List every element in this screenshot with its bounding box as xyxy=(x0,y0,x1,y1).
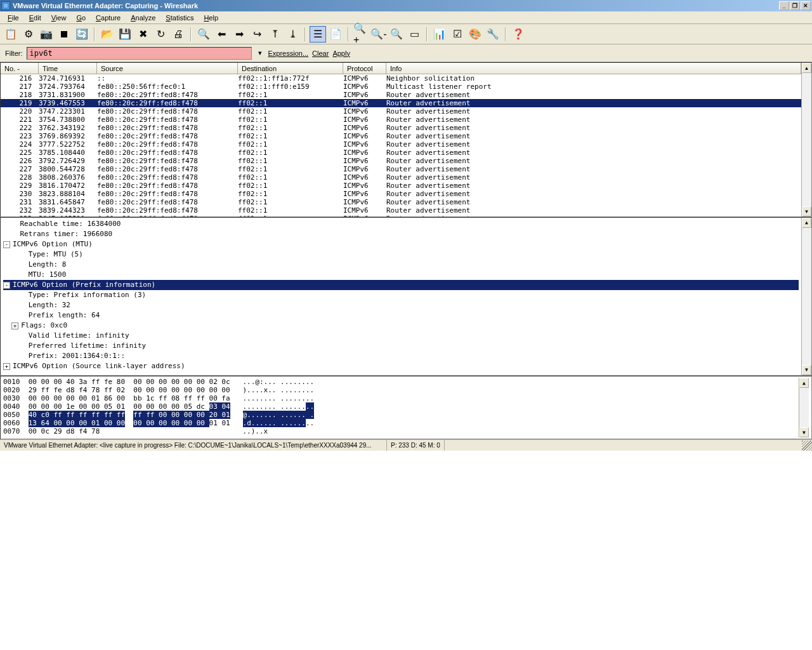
col-source[interactable]: Source xyxy=(97,63,238,74)
scroll-up-icon[interactable]: ▲ xyxy=(802,218,811,228)
tree-toggle-icon[interactable]: + xyxy=(11,322,18,329)
minimize-button[interactable]: _ xyxy=(779,1,789,10)
clear-button[interactable]: Clear xyxy=(312,50,329,57)
detail-line[interactable]: Length: 8 xyxy=(3,260,799,270)
detail-line[interactable]: -ICMPv6 Option (Prefix information) xyxy=(3,280,799,290)
packet-row[interactable]: 220 3747.223301 fe80::20c:29ff:fed8:f478… xyxy=(1,107,801,116)
last-icon[interactable]: ⤓ xyxy=(284,26,301,43)
packet-row[interactable]: 226 3792.726429 fe80::20c:29ff:fed8:f478… xyxy=(1,157,801,165)
resize-grip-icon[interactable] xyxy=(802,441,812,451)
menu-capture[interactable]: Capture xyxy=(91,13,126,23)
scroll-down-icon[interactable]: ▼ xyxy=(802,206,811,216)
hex-line[interactable]: 0070 00 0c 29 d8 f4 78 ..)..x xyxy=(3,427,799,435)
filter-dropdown-icon[interactable]: ▾ xyxy=(256,49,265,58)
tree-toggle-icon[interactable]: - xyxy=(3,241,10,248)
expression-button[interactable]: Expression... xyxy=(268,50,309,57)
detail-line[interactable]: Type: MTU (5) xyxy=(3,249,799,260)
packet-row[interactable]: 216 3724.716931 :: ff02::1:ff1a:772f ICM… xyxy=(1,74,801,83)
menu-analyze[interactable]: Analyze xyxy=(126,13,160,23)
autoscroll-icon[interactable]: 📄 xyxy=(327,26,344,43)
back-icon[interactable]: ⬅ xyxy=(213,26,230,43)
maximize-button[interactable]: ❐ xyxy=(790,1,800,10)
interfaces-icon[interactable]: 📋 xyxy=(3,26,19,43)
detail-line[interactable]: Type: Prefix information (3) xyxy=(3,290,799,300)
find-icon[interactable]: 🔍 xyxy=(195,26,212,43)
col-protocol[interactable]: Protocol xyxy=(343,63,386,74)
menu-go[interactable]: Go xyxy=(71,13,91,23)
capture-filters-icon[interactable]: 📊 xyxy=(431,26,448,43)
packet-row[interactable]: 218 3731.831900 fe80::20c:29ff:fed8:f478… xyxy=(1,91,801,99)
detail-line[interactable]: Valid lifetime: infinity xyxy=(3,331,799,341)
col-no[interactable]: No. - xyxy=(1,63,39,74)
hex-line[interactable]: 0040 00 00 00 1e 00 00 05 01 00 00 00 00… xyxy=(3,402,799,411)
menu-edit[interactable]: Edit xyxy=(24,13,46,23)
forward-icon[interactable]: ➡ xyxy=(231,26,247,43)
scroll-up-icon[interactable]: ▲ xyxy=(799,378,809,388)
hex-line[interactable]: 0060 13 64 00 00 00 01 00 00 00 00 00 00… xyxy=(3,419,799,427)
coloring-rules-icon[interactable]: 🎨 xyxy=(467,26,483,43)
filter-input[interactable] xyxy=(27,47,252,60)
goto-icon[interactable]: ↪ xyxy=(249,26,265,43)
packet-row[interactable]: 228 3808.260376 fe80::20c:29ff:fed8:f478… xyxy=(1,173,801,182)
packet-row[interactable]: 224 3777.522752 fe80::20c:29ff:fed8:f478… xyxy=(1,140,801,149)
colorize-icon[interactable]: ☰ xyxy=(310,26,326,43)
hex-line[interactable]: 0010 00 00 00 40 3a ff fe 80 00 00 00 00… xyxy=(3,378,799,386)
first-icon[interactable]: ⤒ xyxy=(266,26,283,43)
packet-row[interactable]: 221 3754.738800 fe80::20c:29ff:fed8:f478… xyxy=(1,116,801,124)
save-icon[interactable]: 💾 xyxy=(117,26,133,43)
apply-button[interactable]: Apply xyxy=(332,50,350,57)
packet-row[interactable]: 229 3816.170472 fe80::20c:29ff:fed8:f478… xyxy=(1,182,801,190)
close-button[interactable]: ✕ xyxy=(801,1,811,10)
detail-line[interactable]: Preferred lifetime: infinity xyxy=(3,341,799,351)
print-icon[interactable]: 🖨 xyxy=(170,26,187,43)
zoomout-icon[interactable]: 🔍- xyxy=(370,26,387,43)
vertical-scrollbar[interactable]: ▲ ▼ xyxy=(801,218,811,375)
col-info[interactable]: Info xyxy=(386,63,801,74)
detail-line[interactable]: Prefix length: 64 xyxy=(3,310,799,321)
menu-view[interactable]: View xyxy=(46,13,72,23)
help-icon[interactable]: ❓ xyxy=(510,26,527,43)
detail-line[interactable]: +Flags: 0xc0 xyxy=(3,321,799,331)
detail-line[interactable]: Retrans timer: 1966080 xyxy=(3,229,799,239)
packet-row[interactable]: 231 3831.645847 fe80::20c:29ff:fed8:f478… xyxy=(1,198,801,206)
prefs-icon[interactable]: 🔧 xyxy=(485,26,501,43)
close-file-icon[interactable]: ✖ xyxy=(134,26,151,43)
hex-line[interactable]: 0020 29 ff fe d8 f4 78 ff 02 00 00 00 00… xyxy=(3,386,799,394)
packet-row[interactable]: 217 3724.793764 fe80::250:56ff:fec0:1 ff… xyxy=(1,83,801,91)
open-icon[interactable]: 📂 xyxy=(99,26,115,43)
vertical-scrollbar[interactable]: ▲ ▼ xyxy=(801,63,811,216)
col-time[interactable]: Time xyxy=(39,63,97,74)
packet-row[interactable]: 223 3769.869392 fe80::20c:29ff:fed8:f478… xyxy=(1,132,801,140)
scroll-down-icon[interactable]: ▼ xyxy=(802,365,811,375)
reload-icon[interactable]: ↻ xyxy=(152,26,169,43)
scroll-down-icon[interactable]: ▼ xyxy=(799,427,809,437)
options-icon[interactable]: ⚙ xyxy=(20,26,37,43)
resize-columns-icon[interactable]: ▭ xyxy=(406,26,422,43)
menu-file[interactable]: File xyxy=(3,13,24,23)
detail-line[interactable]: Length: 32 xyxy=(3,300,799,310)
detail-line[interactable]: +ICMPv6 Option (Source link-layer addres… xyxy=(3,361,799,371)
col-destination[interactable]: Destination xyxy=(238,63,343,74)
scroll-up-icon[interactable]: ▲ xyxy=(802,63,811,73)
packet-row[interactable]: 222 3762.343192 fe80::20c:29ff:fed8:f478… xyxy=(1,124,801,132)
packet-row[interactable]: 227 3800.544728 fe80::20c:29ff:fed8:f478… xyxy=(1,165,801,173)
packet-row[interactable]: 225 3785.108440 fe80::20c:29ff:fed8:f478… xyxy=(1,149,801,157)
vertical-scrollbar[interactable]: ▲ ▼ xyxy=(799,378,809,437)
tree-toggle-icon[interactable]: + xyxy=(3,363,10,370)
restart-capture-icon[interactable]: 🔄 xyxy=(74,26,90,43)
detail-line[interactable]: Prefix: 2001:1364:0:1:: xyxy=(3,351,799,361)
tree-toggle-icon[interactable]: - xyxy=(3,282,10,289)
detail-line[interactable]: -ICMPv6 Option (MTU) xyxy=(3,239,799,249)
menu-statistics[interactable]: Statistics xyxy=(160,13,199,23)
display-filters-icon[interactable]: ☑ xyxy=(449,26,466,43)
hex-line[interactable]: 0030 00 00 00 00 00 01 86 00 bb 1c ff 08… xyxy=(3,394,799,402)
detail-line[interactable]: Reachable time: 16384000 xyxy=(3,219,799,229)
packet-row[interactable]: 230 3823.888104 fe80::20c:29ff:fed8:f478… xyxy=(1,190,801,198)
detail-line[interactable]: MTU: 1500 xyxy=(3,270,799,280)
hex-line[interactable]: 0050 40 c0 ff ff ff ff ff ff ff ff 00 00… xyxy=(3,411,799,419)
zoom100-icon[interactable]: 🔍 xyxy=(388,26,405,43)
packet-row[interactable]: 219 3739.467553 fe80::20c:29ff:fed8:f478… xyxy=(1,99,801,107)
packet-row[interactable]: 233 3847.065521 fe80::20c:29ff:fed8:f478… xyxy=(1,215,801,216)
stop-capture-icon[interactable]: ⏹ xyxy=(56,26,72,43)
menu-help[interactable]: Help xyxy=(199,13,223,23)
